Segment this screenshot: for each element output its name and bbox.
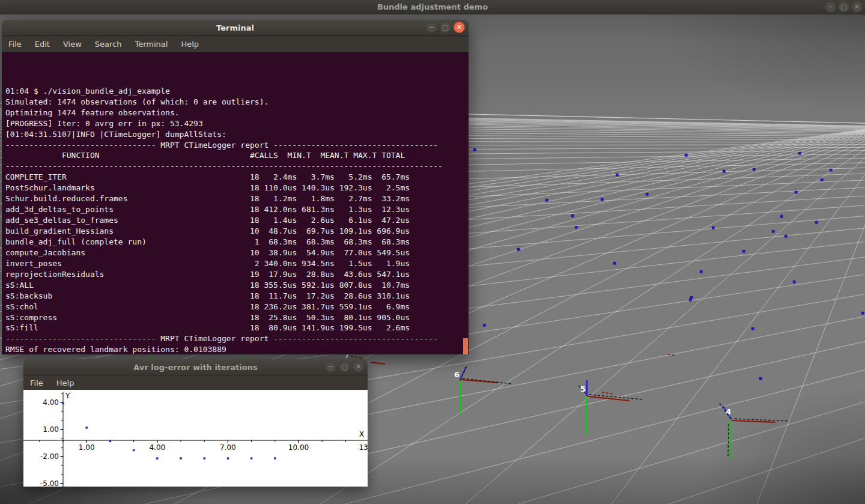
terminal-title: Terminal — [216, 23, 254, 32]
landmark-point — [795, 191, 798, 194]
close-button[interactable]: ✕ — [851, 1, 863, 13]
maximize-button[interactable]: ▢ — [440, 22, 451, 33]
landmark-point — [759, 377, 762, 380]
terminal-window: Terminal − ▢ ✕ FileEditViewSearchTermina… — [2, 20, 469, 354]
terminal-line: sS:fill 18 80.9us 141.9us 199.5us 2.6ms — [5, 323, 469, 333]
terminal-line: build_gradient_Hessians 10 48.7us 69.7us… — [5, 226, 469, 237]
terminal-output[interactable]: 01:04 $ ./vision_bundle_adj_exampleSimul… — [2, 52, 469, 354]
landmark-point — [751, 327, 754, 330]
menu-item-terminal[interactable]: Terminal — [128, 37, 174, 52]
data-point — [274, 457, 276, 459]
landmark-points — [473, 148, 864, 380]
x-tick-label: 4.00 — [149, 443, 165, 452]
minimize-button[interactable]: − — [426, 22, 437, 33]
landmark-point — [545, 199, 548, 202]
data-point — [180, 457, 181, 459]
landmark-point — [601, 198, 604, 201]
landmark-point — [723, 170, 726, 173]
terminal-line: [PROGRESS] Iter: 0 avrg err in px: 53.42… — [5, 118, 469, 129]
camera-frame-5: 5 — [578, 380, 643, 434]
plot-titlebar[interactable]: Avr log-error with iterations − ▢ ✕ — [23, 359, 368, 375]
terminal-titlebar[interactable]: Terminal − ▢ ✕ — [2, 20, 469, 36]
data-point — [109, 440, 111, 442]
terminal-line: invert_poses 2 340.0ns 934.5ns 1.5us 1.9… — [5, 258, 469, 269]
data-point — [227, 457, 229, 459]
maximize-button[interactable]: ▢ — [339, 361, 350, 372]
terminal-line: sS:chol 18 236.2us 381.7us 559.1us 6.9ms — [5, 302, 469, 312]
maximize-button[interactable]: ▢ — [838, 1, 849, 13]
terminal-line: FUNCTION #CALLS MIN.T MEAN.T MAX.T TOTAL — [5, 150, 469, 161]
landmark-point — [646, 193, 649, 196]
camera-label: 5 — [580, 384, 586, 393]
minimize-button[interactable]: − — [825, 1, 836, 13]
menu-item-file[interactable]: File — [23, 375, 50, 390]
landmark-point — [753, 168, 756, 171]
y-tick-label: -5.00 — [40, 479, 59, 487]
terminal-line: ----------------------------------------… — [5, 161, 469, 172]
terminal-line: sS:ALL 18 355.5us 592.1us 807.8us 10.7ms — [5, 280, 469, 291]
terminal-line: sS:backsub 18 11.7us 17.2us 28.6us 310.1… — [5, 291, 469, 302]
landmark-point — [712, 226, 715, 229]
menu-item-edit[interactable]: Edit — [28, 37, 56, 52]
desktop: 6547 Bundle adjustment demo − ▢ ✕ Termin… — [0, 0, 865, 504]
data-point — [62, 402, 64, 404]
x-tick-label: 13.00 — [359, 443, 368, 452]
camera-label: 6 — [454, 370, 460, 379]
landmark-point — [861, 312, 864, 315]
menu-item-view[interactable]: View — [56, 37, 88, 52]
x-tick-label: 1.00 — [79, 443, 95, 452]
terminal-line: compute_Jacobians 10 38.9us 54.9us 77.0u… — [5, 247, 469, 258]
landmark-point — [616, 174, 619, 177]
x-axis-label: X — [359, 430, 364, 439]
terminal-line: -------------------------------- MRPT CT… — [5, 333, 469, 344]
minimize-button[interactable]: − — [325, 361, 336, 372]
plot-svg: 1.004.007.0010.0013.004.001.00-2.00-5.00… — [23, 390, 368, 487]
main-window-controls: − ▢ ✕ — [825, 1, 863, 13]
menu-item-help[interactable]: Help — [50, 375, 81, 390]
close-button[interactable]: ✕ — [353, 361, 364, 372]
plot-window: Avr log-error with iterations − ▢ ✕ File… — [23, 359, 368, 487]
y-tick-label: -2.00 — [40, 452, 59, 461]
terminal-line: add_se3_deltas_to_frames 18 1.4us 2.6us … — [5, 215, 469, 226]
menu-item-file[interactable]: File — [2, 37, 28, 52]
terminal-line: sS:compress 18 25.8us 50.3us 80.1us 905.… — [5, 312, 469, 323]
terminal-line: COMPLETE_ITER 18 2.4ms 3.7ms 5.2ms 65.7m… — [5, 172, 469, 183]
plot-window-controls: − ▢ ✕ — [325, 361, 364, 372]
data-point — [133, 449, 135, 451]
landmark-point — [780, 215, 783, 218]
plot-window-title: Avr log-error with iterations — [133, 363, 257, 372]
close-button[interactable]: ✕ — [454, 22, 465, 33]
terminal-line: add_3d_deltas_to_points 18 412.0ns 681.3… — [5, 204, 469, 215]
landmark-point — [517, 248, 520, 251]
terminal-line: [01:04:31.5107|INFO |CTimeLogger] dumpAl… — [5, 129, 469, 140]
camera-frame-6: 6 — [454, 365, 512, 414]
terminal-line: reprojectionResiduals 19 17.9us 28.8us 4… — [5, 269, 469, 280]
camera-label: 4 — [726, 407, 731, 416]
landmark-point — [575, 226, 578, 229]
terminal-line: 01:04 $ ./vision_bundle_adj_example — [5, 86, 469, 97]
data-point — [86, 427, 88, 428]
main-window-title: Bundle adjustment demo — [377, 2, 488, 11]
landmark-point — [483, 324, 486, 327]
y-tick-label: 4.00 — [43, 398, 59, 407]
terminal-scrollbar[interactable] — [463, 338, 468, 354]
data-point — [204, 457, 205, 459]
plot-axes: 1.004.007.0010.0013.004.001.00-2.00-5.00… — [23, 392, 368, 487]
landmark-point — [772, 230, 775, 233]
main-window-titlebar: Bundle adjustment demo − ▢ ✕ — [0, 0, 865, 14]
data-point — [250, 457, 252, 459]
landmark-point — [821, 178, 824, 181]
plot-canvas[interactable]: 1.004.007.0010.0013.004.001.00-2.00-5.00… — [23, 390, 368, 487]
landmark-point — [785, 235, 788, 238]
plot-menubar: FileHelp — [23, 375, 368, 390]
landmark-point — [700, 270, 703, 273]
terminal-line: -------------------------------- MRPT CT… — [5, 140, 469, 151]
y-axis-label: Y — [65, 392, 70, 400]
landmark-point — [798, 152, 801, 155]
menu-item-search[interactable]: Search — [88, 37, 129, 52]
landmark-point — [689, 299, 692, 302]
menu-item-help[interactable]: Help — [174, 37, 205, 52]
landmark-point — [742, 250, 745, 253]
landmark-point — [613, 262, 616, 265]
terminal-line: Schur.build.reduced.frames 18 1.2ms 1.8m… — [5, 193, 469, 204]
